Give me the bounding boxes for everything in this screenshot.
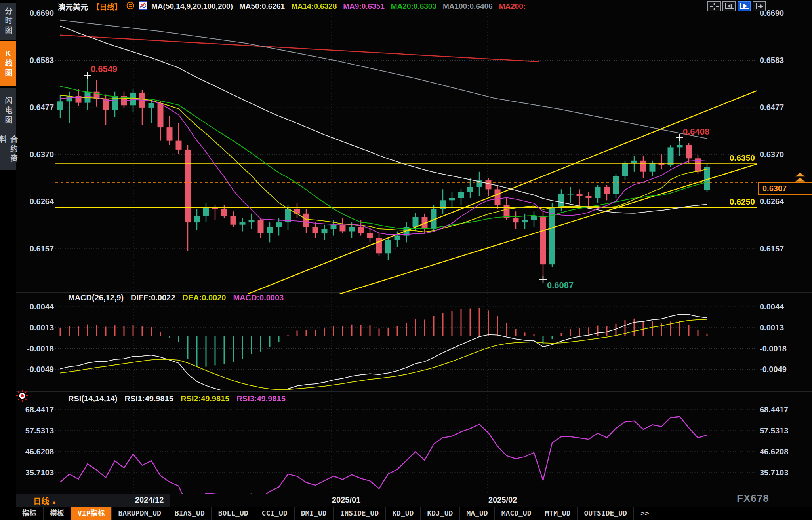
- macd-readout-2: DEA:0.0020: [182, 293, 226, 302]
- sidebar-item-3[interactable]: 闪电图: [0, 88, 16, 135]
- chart-header: 澳元美元 【日线】 MA(50,14,9,20,100,200)MA50:0.6…: [58, 1, 526, 12]
- x-axis-label: 2025/01: [332, 495, 360, 505]
- svg-text:0.6264: 0.6264: [30, 197, 54, 206]
- triangle-up-icon: ▲: [51, 499, 57, 505]
- svg-text:0.6264: 0.6264: [760, 197, 784, 206]
- svg-text:0.0013: 0.0013: [760, 323, 784, 332]
- x-axis-label: 2024/12: [135, 495, 164, 505]
- period-tag: 【日线】: [92, 1, 122, 12]
- svg-text:57.5313: 57.5313: [760, 426, 788, 435]
- axis-play-icon[interactable]: [738, 1, 751, 11]
- svg-text:35.7103: 35.7103: [760, 468, 788, 477]
- tab-macd-ud[interactable]: MACD_UD: [495, 507, 539, 520]
- svg-text:0.6370: 0.6370: [760, 150, 784, 159]
- svg-text:46.6208: 46.6208: [760, 447, 788, 456]
- tab-boll-ud[interactable]: BOLL_UD: [212, 507, 255, 520]
- mini-chart-icon[interactable]: [139, 1, 147, 12]
- svg-text:-0.0018: -0.0018: [760, 344, 787, 353]
- ma-readout-1: MA(50,14,9,20,100,200): [151, 2, 233, 11]
- symbol-title: 澳元美元: [58, 1, 88, 12]
- sidebar: 分时图K线图闪电图合约资料: [0, 0, 16, 520]
- svg-text:57.5313: 57.5313: [25, 426, 54, 435]
- svg-text:35.7103: 35.7103: [25, 468, 54, 477]
- svg-text:0.6408: 0.6408: [683, 127, 709, 137]
- svg-text:-0.0049: -0.0049: [760, 365, 787, 374]
- watermark: FX678: [737, 492, 769, 505]
- macd-readout-3: MACD:0.0003: [233, 293, 284, 302]
- ma-readouts: MA(50,14,9,20,100,200)MA50:0.6261MA14:0.…: [151, 2, 526, 11]
- x-axis-label: 2025/02: [488, 495, 517, 505]
- svg-text:-0.0049: -0.0049: [27, 365, 54, 374]
- tab-bias-ud[interactable]: BIAS_UD: [168, 507, 212, 520]
- ma-readout-5: MA20:0.6303: [391, 2, 436, 11]
- chart-app: 0.66900.66900.65830.65830.64770.64770.63…: [0, 0, 812, 520]
- chart-canvas[interactable]: 0.66900.66900.65830.65830.64770.64770.63…: [0, 0, 812, 520]
- tab-kdj-ud[interactable]: KDJ_UD: [421, 507, 460, 520]
- svg-text:68.4417: 68.4417: [760, 405, 788, 414]
- rsi-readout-2: RSI2:49.9815: [181, 394, 229, 403]
- svg-text:0.6549: 0.6549: [91, 64, 117, 74]
- record-burst-icon: [16, 389, 29, 404]
- svg-text:0.0044: 0.0044: [30, 302, 54, 311]
- exit-right-icon[interactable]: [753, 1, 766, 11]
- svg-text:0.6087: 0.6087: [547, 280, 574, 290]
- rsi-title: RSI(14,14,14): [68, 394, 118, 403]
- ma-readout-2: MA50:0.6261: [239, 2, 285, 11]
- svg-text:-0.0018: -0.0018: [27, 344, 54, 353]
- ma-readout-4: MA9:0.6351: [343, 2, 385, 11]
- tab-kd-ud[interactable]: KD_UD: [386, 507, 421, 520]
- svg-text:0.6157: 0.6157: [30, 244, 54, 253]
- chart-toolbar: [707, 1, 766, 11]
- rsi-readout-3: RSI3:49.9815: [236, 394, 285, 403]
- sidebar-item-1[interactable]: 分时图: [0, 3, 16, 40]
- tab-[interactable]: >>: [634, 507, 656, 520]
- rsi-header: RSI(14,14,14) RSI1:49.9815RSI2:49.9815RS…: [68, 394, 286, 403]
- sidebar-item-2[interactable]: K线图: [0, 41, 16, 86]
- tab-[interactable]: 模板: [44, 507, 71, 520]
- tab-[interactable]: 指标: [16, 507, 44, 520]
- svg-text:0.0044: 0.0044: [760, 302, 784, 311]
- ma-readout-7: MA200:: [499, 2, 526, 11]
- period-selector[interactable]: 日线 ▲: [33, 495, 57, 507]
- svg-text:0.6477: 0.6477: [760, 103, 784, 112]
- macd-title: MACD(26,12,9): [68, 293, 124, 302]
- svg-text:0.6370: 0.6370: [30, 150, 54, 159]
- settings-circle-icon[interactable]: [126, 1, 135, 11]
- svg-text:0.6350: 0.6350: [730, 153, 755, 162]
- sidebar-item-4[interactable]: 合约资料: [0, 135, 16, 170]
- tab-outside-ud[interactable]: OUTSIDE_UD: [578, 507, 634, 520]
- svg-text:46.6208: 46.6208: [25, 447, 54, 456]
- macd-readout-1: DIFF:0.0022: [131, 293, 175, 302]
- indicator-tabbar: 指标模板VIP指标BARUPDN_UDBIAS_UDBOLL_UDCCI_UDD…: [0, 507, 812, 520]
- svg-text:0.0013: 0.0013: [30, 323, 54, 332]
- tab-cci-ud[interactable]: CCI_UD: [255, 507, 295, 520]
- ma-readout-6: MA100:0.6406: [443, 2, 493, 11]
- rsi-readout-1: RSI1:49.9815: [125, 394, 173, 403]
- macd-header: MACD(26,12,9) DIFF:0.0022DEA:0.0020MACD:…: [68, 293, 284, 302]
- svg-text:0.6157: 0.6157: [760, 244, 784, 253]
- price-up-chevrons-icon: [791, 173, 810, 184]
- tab-vip[interactable]: VIP指标: [71, 507, 112, 520]
- tab-mtm-ud[interactable]: MTM_UD: [538, 507, 578, 520]
- tab-barupdn-ud[interactable]: BARUPDN_UD: [112, 507, 168, 520]
- svg-text:0.6583: 0.6583: [760, 56, 784, 65]
- tab-ma-ud[interactable]: MA_UD: [460, 507, 495, 520]
- current-price-tag: 0.6307: [758, 182, 812, 195]
- crosshair-tool-icon[interactable]: [707, 1, 721, 11]
- svg-text:68.4417: 68.4417: [25, 405, 54, 414]
- tab-dmi-ud[interactable]: DMI_UD: [295, 507, 334, 520]
- svg-text:0.6690: 0.6690: [30, 9, 54, 17]
- svg-text:0.6250: 0.6250: [730, 197, 755, 206]
- svg-text:0.6477: 0.6477: [30, 103, 54, 112]
- tab-inside-ud[interactable]: INSIDE_UD: [334, 507, 386, 520]
- svg-text:0.6583: 0.6583: [30, 56, 54, 65]
- ma-readout-3: MA14:0.6328: [291, 2, 337, 11]
- axis-compress-icon[interactable]: [722, 1, 736, 11]
